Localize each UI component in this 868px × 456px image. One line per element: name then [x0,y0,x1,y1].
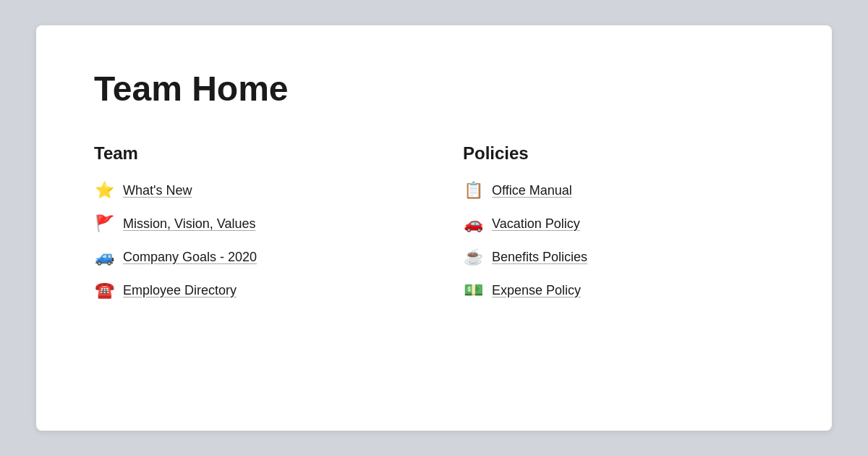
policies-item-vacation[interactable]: 🚗 Vacation Policy [463,214,774,233]
whats-new-label[interactable]: What's New [123,183,192,198]
policies-column-heading: Policies [463,143,774,164]
policies-column: Policies 📋 Office Manual 🚗 Vacation Poli… [463,143,774,314]
employee-directory-label[interactable]: Employee Directory [123,283,237,298]
red-car-icon: 🚗 [463,214,483,233]
team-item-employee-directory[interactable]: ☎️ Employee Directory [94,281,405,300]
columns-container: Team ⭐ What's New 🚩 Mission, Vision, Val… [94,143,774,314]
mission-label[interactable]: Mission, Vision, Values [123,216,255,232]
team-item-company-goals[interactable]: 🚙 Company Goals - 2020 [94,248,405,266]
money-icon: 💵 [463,281,483,300]
policies-item-benefits[interactable]: ☕ Benefits Policies [463,248,774,266]
clipboard-icon: 📋 [463,181,483,200]
main-card: Team Home Team ⭐ What's New 🚩 Mission, V… [36,25,832,431]
team-column-heading: Team [94,143,405,164]
policies-item-expense[interactable]: 💵 Expense Policy [463,281,774,300]
coffee-icon: ☕ [463,248,483,266]
page-title: Team Home [94,69,774,109]
phone-icon: ☎️ [94,281,114,300]
team-item-whats-new[interactable]: ⭐ What's New [94,181,405,200]
car-icon: 🚙 [94,248,114,266]
expense-policy-label[interactable]: Expense Policy [492,283,581,298]
benefits-policies-label[interactable]: Benefits Policies [492,250,587,265]
team-item-mission[interactable]: 🚩 Mission, Vision, Values [94,214,405,233]
vacation-policy-label[interactable]: Vacation Policy [492,216,580,232]
star-icon: ⭐ [94,181,114,200]
office-manual-label[interactable]: Office Manual [492,183,572,198]
policies-item-office-manual[interactable]: 📋 Office Manual [463,181,774,200]
flag-icon: 🚩 [94,214,114,233]
company-goals-label[interactable]: Company Goals - 2020 [123,250,257,265]
team-column: Team ⭐ What's New 🚩 Mission, Vision, Val… [94,143,405,314]
